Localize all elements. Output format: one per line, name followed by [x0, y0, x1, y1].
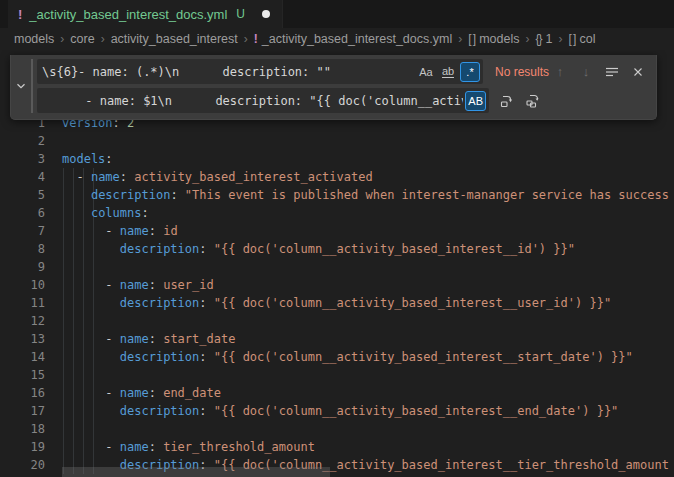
breadcrumb-item[interactable]: models	[14, 32, 54, 46]
git-untracked-badge: U	[236, 7, 245, 21]
breadcrumb-item[interactable]: [ ] models	[468, 32, 519, 46]
find-status: No results	[495, 65, 549, 79]
line-number: 13	[0, 330, 45, 348]
line-number: 10	[0, 276, 45, 294]
line-number: 17	[0, 402, 45, 420]
code-line-content: - name: start_date	[62, 330, 235, 348]
code-line[interactable]: 17 description: "{{ doc('column__activit…	[0, 402, 674, 420]
line-number: 9	[0, 258, 45, 276]
match-case-button[interactable]: Aa	[416, 62, 436, 82]
code-editor[interactable]: 1version: 223models:4 - name: activity_b…	[0, 50, 674, 477]
code-line[interactable]: 13 - name: start_date	[0, 330, 674, 348]
breadcrumb-separator: ›	[60, 32, 64, 46]
line-number: 3	[0, 150, 45, 168]
yaml-warning-icon: !	[254, 32, 258, 46]
chevron-down-icon	[14, 79, 28, 93]
code-line[interactable]: 12	[0, 312, 674, 330]
code-line[interactable]: 10 - name: user_id	[0, 276, 674, 294]
code-line[interactable]: 6 columns:	[0, 204, 674, 222]
replace-all-icon	[525, 93, 541, 109]
code-line[interactable]: 7 - name: id	[0, 222, 674, 240]
replace-button[interactable]	[497, 91, 517, 111]
find-row: \s{6}- name: (.*)\n description: "" Aa a…	[37, 59, 652, 84]
breadcrumb-separator: ›	[525, 32, 529, 46]
code-line-content: description: "This event is published wh…	[62, 186, 669, 204]
breadcrumb-label: 1	[545, 32, 552, 46]
line-number: 2	[0, 132, 45, 150]
line-number: 11	[0, 294, 45, 312]
line-number: 5	[0, 186, 45, 204]
code-line[interactable]: 14 description: "{{ doc('column__activit…	[0, 348, 674, 366]
code-line[interactable]: 9	[0, 258, 674, 276]
replace-value-text: - name: $1\n description: "{{ doc('colum…	[42, 94, 463, 108]
tab-bar: ! _activity_based_interest_docs.yml U	[0, 0, 674, 28]
breadcrumb-item[interactable]: ! _activity_based_interest_docs.yml	[254, 32, 452, 46]
breadcrumb-item[interactable]: [ ] col	[568, 32, 595, 46]
close-icon	[631, 65, 645, 79]
breadcrumb-separator: ›	[244, 32, 248, 46]
code-line[interactable]: 19 - name: tier_threshold_amount	[0, 438, 674, 456]
preserve-case-button[interactable]: AB	[465, 91, 486, 111]
find-input[interactable]: \s{6}- name: (.*)\n description: "" Aa a…	[37, 59, 483, 84]
find-previous-button[interactable]: ↑	[550, 62, 570, 82]
tab-title: _activity_based_interest_docs.yml	[29, 7, 227, 22]
code-line[interactable]: 16 - name: end_date	[0, 384, 674, 402]
unsaved-changes-dot-icon[interactable]	[262, 10, 270, 18]
replace-all-button[interactable]	[523, 91, 543, 111]
yaml-file-icon: !	[18, 7, 22, 22]
code-line-content: description: "{{ doc('column__activity_b…	[62, 348, 633, 366]
code-line[interactable]: 18	[0, 420, 674, 438]
code-line[interactable]: 2	[0, 132, 674, 150]
breadcrumb-separator: ›	[458, 32, 462, 46]
replace-row: - name: $1\n description: "{{ doc('colum…	[37, 88, 652, 113]
line-number: 19	[0, 438, 45, 456]
symbol-object-icon: {}	[535, 32, 541, 46]
code-line[interactable]: 15	[0, 366, 674, 384]
breadcrumb-separator: ›	[558, 32, 562, 46]
code-line-content: - name: tier_threshold_amount	[62, 438, 315, 456]
line-number: 18	[0, 420, 45, 438]
code-line-content: - name: id	[62, 222, 178, 240]
horizontal-scrollbar[interactable]	[62, 467, 330, 477]
whole-word-button[interactable]: ab	[438, 62, 458, 82]
code-line[interactable]: 11 description: "{{ doc('column__activit…	[0, 294, 674, 312]
code-line-content: description: "{{ doc('column__activity_b…	[62, 240, 575, 258]
replace-input[interactable]: - name: $1\n description: "{{ doc('colum…	[37, 88, 489, 113]
breadcrumb-label: core	[70, 32, 94, 46]
line-number: 12	[0, 312, 45, 330]
code-line-content: models:	[62, 150, 113, 168]
code-area[interactable]: 1version: 223models:4 - name: activity_b…	[0, 114, 674, 474]
breadcrumb: models › core › activity_based_interest …	[0, 28, 674, 50]
breadcrumb-item[interactable]: activity_based_interest	[111, 32, 238, 46]
find-next-button[interactable]: ↓	[576, 62, 596, 82]
line-number: 4	[0, 168, 45, 186]
code-line-content: description: "{{ doc('column__activity_b…	[62, 402, 618, 420]
line-number: 8	[0, 240, 45, 258]
code-line-content: description: "{{ doc('column__activity_b…	[62, 294, 611, 312]
symbol-array-icon: [ ]	[468, 32, 475, 46]
find-in-selection-button[interactable]	[602, 62, 622, 82]
code-line-content: - name: activity_based_interest_activate…	[62, 168, 373, 186]
breadcrumb-label: models	[479, 32, 519, 46]
replace-icon	[499, 93, 515, 109]
close-find-widget-button[interactable]	[628, 62, 648, 82]
regex-button[interactable]: .*	[460, 62, 480, 82]
code-line-content: - name: user_id	[62, 276, 214, 294]
code-line[interactable]: 3models:	[0, 150, 674, 168]
line-number: 20	[0, 456, 45, 474]
breadcrumb-item[interactable]: {} 1	[535, 32, 552, 46]
breadcrumb-item[interactable]: core	[70, 32, 94, 46]
code-line-content: columns:	[62, 204, 149, 222]
breadcrumb-label: models	[14, 32, 54, 46]
tab-active-file[interactable]: ! _activity_based_interest_docs.yml U	[8, 0, 283, 28]
toggle-replace-button[interactable]	[11, 59, 31, 113]
breadcrumb-label: activity_based_interest	[111, 32, 238, 46]
code-line[interactable]: 5 description: "This event is published …	[0, 186, 674, 204]
code-line[interactable]: 8 description: "{{ doc('column__activity…	[0, 240, 674, 258]
code-line-content: - name: end_date	[62, 384, 221, 402]
breadcrumb-separator: ›	[101, 32, 105, 46]
find-replace-widget: \s{6}- name: (.*)\n description: "" Aa a…	[10, 55, 657, 120]
find-in-selection-icon	[604, 64, 620, 80]
code-line[interactable]: 4 - name: activity_based_interest_activa…	[0, 168, 674, 186]
find-query-text: \s{6}- name: (.*)\n description: ""	[42, 65, 414, 79]
